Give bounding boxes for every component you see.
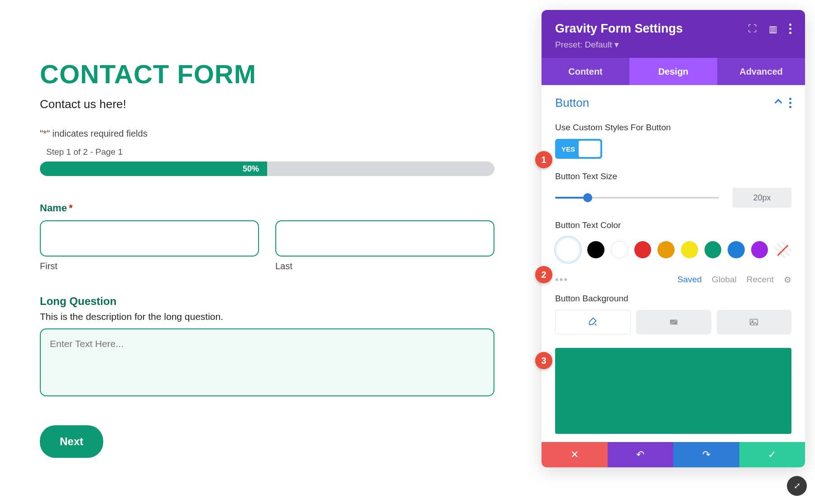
text-size-block: Button Text Size 20px: [542, 163, 805, 212]
swatch-purple[interactable]: [751, 241, 768, 258]
expand-panel-button[interactable]: ⤢: [787, 476, 807, 496]
collapse-icon[interactable]: [776, 99, 781, 107]
swatch-white[interactable]: [611, 241, 628, 258]
more-swatches-icon[interactable]: •••: [555, 274, 568, 285]
swatch-green[interactable]: [705, 241, 722, 258]
preset-dropdown[interactable]: Preset: Default ▾: [555, 39, 791, 50]
section-more-icon[interactable]: [789, 98, 791, 108]
swatch-tab-recent[interactable]: Recent: [747, 275, 774, 285]
tab-content[interactable]: Content: [542, 58, 629, 85]
text-size-label: Button Text Size: [555, 171, 791, 181]
panel-header: Gravity Form Settings ⛶ ▥ Preset: Defaul…: [542, 10, 805, 58]
swatch-red[interactable]: [634, 241, 652, 258]
long-question-label: Long Question: [40, 295, 494, 308]
use-custom-label: Use Custom Styles For Button: [555, 123, 791, 133]
last-label: Last: [275, 261, 494, 271]
form-subtitle: Contact us here!: [40, 97, 494, 111]
swatch-orange[interactable]: [657, 241, 675, 258]
panel-title: Gravity Form Settings: [555, 22, 683, 36]
save-button[interactable]: ✓: [739, 442, 805, 467]
swatch-selected[interactable]: [555, 237, 581, 263]
tab-design[interactable]: Design: [629, 58, 717, 85]
annotation-badge-3: 3: [535, 352, 552, 369]
panel-tabs: Content Design Advanced: [542, 58, 805, 85]
form-area: CONTACT FORM Contact us here! "*" indica…: [0, 0, 534, 458]
annotation-badge-1: 1: [535, 151, 552, 168]
undo-button[interactable]: ↶: [608, 442, 674, 467]
panel-footer: ✕ ↶ ↷ ✓: [542, 442, 805, 467]
bg-tab-color[interactable]: [555, 310, 631, 334]
settings-panel: Gravity Form Settings ⛶ ▥ Preset: Defaul…: [542, 10, 805, 467]
use-custom-block: Use Custom Styles For Button YES: [542, 114, 805, 163]
bg-block: Button Background: [542, 285, 805, 339]
swatch-tab-saved[interactable]: Saved: [677, 275, 702, 285]
swatch-none[interactable]: [774, 241, 791, 258]
form-title: CONTACT FORM: [40, 59, 494, 89]
use-custom-toggle[interactable]: YES: [555, 139, 602, 159]
text-color-block: Button Text Color: [542, 212, 805, 267]
bg-preview[interactable]: [555, 348, 791, 434]
redo-button[interactable]: ↷: [673, 442, 739, 467]
progress-bar: 50%: [40, 162, 494, 176]
swatch-yellow[interactable]: [681, 241, 698, 258]
color-swatches: [555, 237, 791, 263]
long-question-desc: This is the description for the long que…: [40, 311, 494, 322]
more-icon[interactable]: [789, 24, 791, 34]
tab-advanced[interactable]: Advanced: [717, 58, 805, 85]
swatch-black[interactable]: [587, 241, 604, 258]
section-title: Button: [555, 96, 589, 110]
gear-icon[interactable]: ⚙: [784, 275, 791, 285]
text-size-slider[interactable]: [555, 197, 719, 199]
name-row: First Last: [40, 220, 494, 271]
bg-tab-gradient[interactable]: [636, 310, 711, 334]
next-button[interactable]: Next: [40, 425, 103, 458]
text-color-label: Button Text Color: [555, 220, 791, 230]
button-section: Button: [542, 85, 805, 114]
last-name-input[interactable]: [275, 220, 494, 257]
expand-icon[interactable]: ⛶: [748, 24, 757, 34]
step-indicator: Step 1 of 2 - Page 1: [40, 147, 494, 157]
bg-tab-image[interactable]: [717, 310, 791, 334]
asterisk-icon: *: [43, 128, 47, 138]
columns-icon[interactable]: ▥: [769, 24, 777, 34]
annotation-badge-2: 2: [535, 266, 552, 283]
text-size-value[interactable]: 20px: [733, 188, 791, 208]
bg-label: Button Background: [555, 294, 791, 304]
swatch-toolbar: ••• Saved Global Recent ⚙: [542, 267, 805, 285]
slider-thumb[interactable]: [583, 193, 592, 202]
long-question-textarea[interactable]: [40, 328, 494, 396]
close-button[interactable]: ✕: [542, 442, 608, 467]
toggle-knob: [579, 141, 600, 157]
name-label: Name*: [40, 202, 494, 214]
first-label: First: [40, 261, 259, 271]
progress-fill: 50%: [40, 162, 267, 176]
first-name-input[interactable]: [40, 220, 259, 257]
swatch-tab-global[interactable]: Global: [712, 275, 737, 285]
swatch-blue[interactable]: [728, 241, 745, 258]
required-note: "*" indicates required fields: [40, 128, 494, 139]
